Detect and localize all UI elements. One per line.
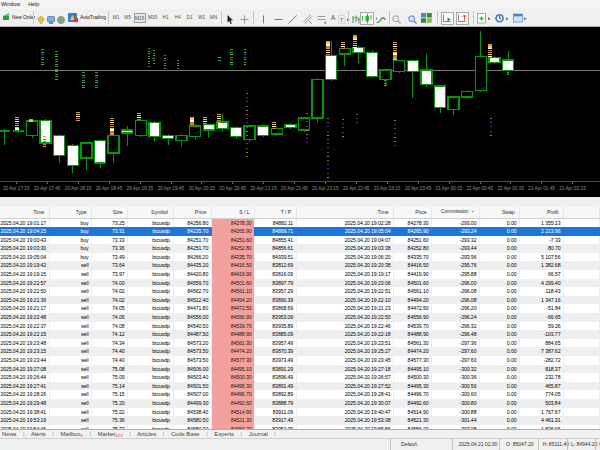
svg-text:20 Apr 22:15: 20 Apr 22:15 (312, 186, 339, 191)
svg-text:20 Apr 21:45: 20 Apr 21:45 (281, 186, 308, 191)
svg-text:20 Apr 20:15: 20 Apr 20:15 (188, 186, 215, 191)
svg-text:20 Apr 21:15: 20 Apr 21:15 (250, 186, 277, 191)
svg-text:21 Apr 01:15: 21 Apr 01:15 (497, 186, 524, 191)
svg-text:21 Apr 01:45: 21 Apr 01:45 (528, 186, 555, 191)
svg-text:20 Apr 19:15: 20 Apr 19:15 (127, 186, 154, 191)
svg-text:20 Apr 17:45: 20 Apr 17:45 (34, 186, 61, 191)
svg-text:20 Apr 23:15: 20 Apr 23:15 (374, 186, 401, 191)
svg-text:T: T (340, 16, 344, 23)
svg-text:21 Apr 00:15: 21 Apr 00:15 (436, 186, 463, 191)
svg-text:21 Apr 00:45: 21 Apr 00:45 (467, 186, 494, 191)
svg-text:20 Apr 18:45: 20 Apr 18:45 (96, 186, 123, 191)
svg-text:20 Apr 22:45: 20 Apr 22:45 (343, 186, 370, 191)
svg-text:21 Apr 02:15: 21 Apr 02:15 (559, 186, 586, 191)
svg-text:20 Apr 23:45: 20 Apr 23:45 (405, 186, 432, 191)
svg-text:20 Apr 19:45: 20 Apr 19:45 (158, 186, 185, 191)
svg-text:20 Apr 20:45: 20 Apr 20:45 (219, 186, 246, 191)
svg-text:20 Apr 18:15: 20 Apr 18:15 (65, 186, 92, 191)
svg-text:20 Apr 17:15: 20 Apr 17:15 (3, 186, 30, 191)
